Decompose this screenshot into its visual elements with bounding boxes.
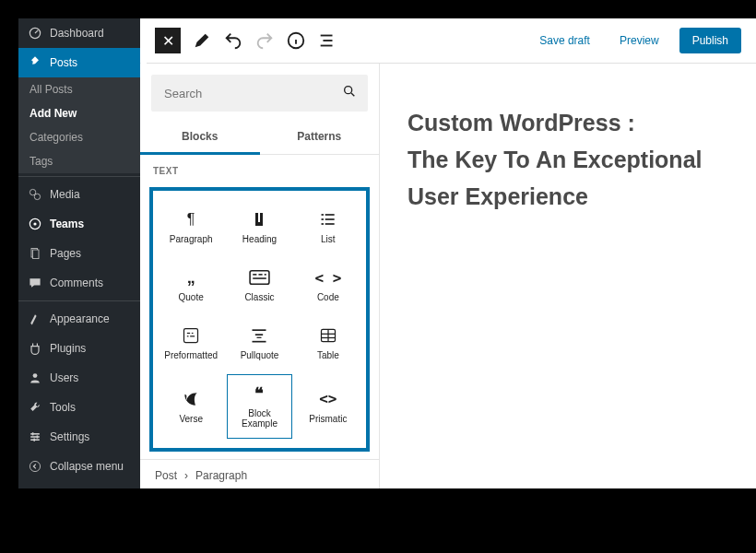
tab-blocks[interactable]: Blocks	[140, 119, 260, 154]
save-draft-button[interactable]: Save draft	[530, 29, 599, 53]
sidebar-item-tools[interactable]: Tools	[18, 393, 140, 422]
edit-icon[interactable]	[192, 30, 212, 51]
svg-rect-34	[184, 329, 198, 343]
sidebar-item-appearance[interactable]: Appearance	[18, 304, 140, 334]
table-icon	[319, 326, 337, 345]
sidebar-item-settings[interactable]: Settings	[18, 422, 140, 452]
svg-rect-28	[321, 223, 324, 225]
svg-rect-9	[30, 436, 40, 438]
svg-point-14	[30, 461, 40, 471]
sidebar-label: Pages	[50, 247, 81, 260]
block-paragraph[interactable]: ¶ Paragraph	[159, 200, 223, 254]
block-label: Paragraph	[170, 234, 213, 244]
paragraph-icon: ¶	[187, 210, 195, 229]
chevron-right-icon: ›	[184, 469, 188, 482]
svg-rect-20	[321, 45, 333, 47]
svg-rect-18	[321, 35, 333, 37]
sidebar-label: Appearance	[50, 312, 110, 325]
sidebar-label: Posts	[50, 56, 77, 69]
block-grid: ¶ Paragraph Heading List „	[159, 200, 360, 439]
block-prismatic[interactable]: <> Prismatic	[296, 374, 360, 439]
sidebar-item-plugins[interactable]: Plugins	[18, 334, 140, 363]
svg-rect-12	[37, 435, 39, 438]
collapse-icon	[28, 459, 42, 474]
block-verse[interactable]: Verse	[159, 374, 223, 439]
redo-icon[interactable]	[254, 30, 275, 51]
close-inserter-button[interactable]: ✕	[155, 28, 181, 53]
title-line: The Key To An Exceptional	[408, 147, 703, 172]
sidebar-label: Dashboard	[50, 27, 104, 40]
block-label: Quote	[179, 292, 204, 302]
block-code[interactable]: < > Code	[296, 258, 360, 312]
block-quote[interactable]: „ Quote	[159, 258, 223, 312]
svg-rect-8	[30, 433, 40, 435]
sidebar-item-dashboard[interactable]: Dashboard	[18, 18, 140, 48]
tab-patterns[interactable]: Patterns	[260, 119, 380, 154]
sidebar-label: Plugins	[50, 342, 86, 355]
block-block-example[interactable]: ❝ Block Example	[227, 374, 291, 439]
prismatic-icon: <>	[319, 390, 337, 408]
title-line: Custom WordPress :	[408, 110, 635, 135]
block-pullquote[interactable]: Pullquote	[227, 316, 291, 371]
sidebar-collapse[interactable]: Collapse menu	[18, 452, 140, 481]
block-classic[interactable]: Classic	[227, 258, 291, 312]
block-label: Classic	[244, 292, 274, 302]
sidebar-sub-tags[interactable]: Tags	[18, 149, 140, 173]
classic-icon	[248, 268, 271, 287]
block-table[interactable]: Table	[296, 316, 360, 371]
block-heading[interactable]: Heading	[227, 200, 291, 254]
sidebar-item-users[interactable]: Users	[18, 363, 140, 393]
block-label: Block Example	[230, 408, 289, 429]
block-inserter-panel: Blocks Patterns TEXT ¶ Paragraph Heading	[140, 64, 380, 488]
media-icon	[28, 187, 42, 202]
breadcrumb: Post › Paragraph	[140, 459, 379, 488]
block-label: Pullquote	[241, 350, 279, 360]
admin-sidebar: Dashboard Posts All Posts Add New Catego…	[18, 18, 140, 488]
title-line: User Experience	[408, 183, 588, 209]
sidebar-label: Teams	[50, 218, 84, 230]
plugins-icon	[28, 341, 42, 356]
quote-icon: „	[187, 268, 195, 287]
crumb-post[interactable]: Post	[155, 469, 177, 482]
search-input[interactable]	[151, 75, 368, 112]
block-preformatted[interactable]: Preformatted	[159, 316, 223, 371]
publish-button[interactable]: Publish	[679, 28, 741, 53]
sidebar-item-pages[interactable]: Pages	[18, 239, 140, 268]
settings-icon	[28, 429, 42, 444]
users-icon	[28, 371, 42, 385]
sidebar-label: Comments	[50, 276, 103, 289]
editor-canvas[interactable]: Custom WordPress : The Key To An Excepti…	[380, 64, 756, 488]
svg-point-2	[34, 194, 40, 199]
article-title: Custom WordPress : The Key To An Excepti…	[408, 104, 728, 215]
svg-rect-42	[253, 341, 266, 343]
block-example-icon: ❝	[254, 384, 264, 403]
svg-rect-29	[250, 271, 269, 285]
inserter-tabs: Blocks Patterns	[140, 119, 379, 155]
info-icon[interactable]	[286, 30, 306, 51]
separator	[18, 176, 140, 177]
sidebar-item-comments[interactable]: Comments	[18, 268, 140, 298]
sidebar-item-media[interactable]: Media	[18, 180, 140, 209]
comments-icon	[28, 276, 42, 290]
sidebar-sub-add-new[interactable]: Add New	[18, 101, 140, 125]
preformatted-icon	[182, 326, 200, 345]
block-label: Verse	[179, 414, 203, 424]
svg-point-4	[33, 222, 36, 225]
preview-button[interactable]: Preview	[610, 29, 668, 53]
svg-point-7	[33, 373, 38, 378]
block-list[interactable]: List	[296, 200, 360, 254]
block-label: Code	[317, 292, 339, 302]
sidebar-label: Collapse menu	[50, 460, 124, 473]
sidebar-sub-all-posts[interactable]: All Posts	[18, 77, 140, 101]
svg-rect-24	[325, 218, 334, 220]
crumb-paragraph[interactable]: Paragraph	[195, 469, 247, 482]
undo-icon[interactable]	[223, 30, 243, 51]
outline-icon[interactable]	[317, 30, 337, 51]
sidebar-item-posts[interactable]: Posts	[18, 48, 140, 77]
sidebar-sub-categories[interactable]: Categories	[18, 125, 140, 149]
sidebar-item-teams[interactable]: Teams	[18, 209, 140, 239]
svg-point-1	[30, 189, 35, 194]
svg-rect-41	[257, 337, 262, 338]
section-label-text: TEXT	[140, 155, 379, 183]
verse-icon	[182, 390, 200, 408]
